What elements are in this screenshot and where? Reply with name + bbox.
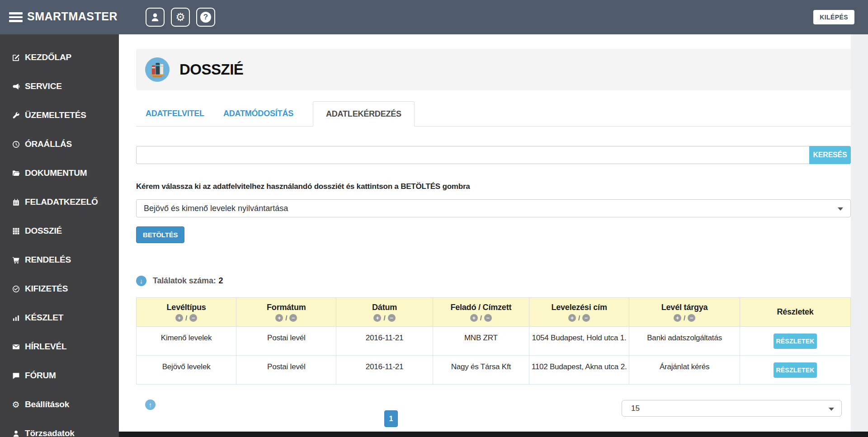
cell-felado-cimzett: MNB ZRT bbox=[433, 327, 529, 356]
tab-adatlekerdezes[interactable]: ADATLEKÉRDEZÉS bbox=[313, 101, 415, 127]
column-header-levelezesi-cim: Levelezési cím +/− bbox=[529, 298, 629, 327]
cell-leveltipus: Kimenő levelek bbox=[137, 327, 236, 356]
scrollbar-track[interactable] bbox=[851, 34, 868, 437]
sidebar-item-hirlevel[interactable]: HÍRLEVÉL bbox=[0, 332, 119, 361]
gear-icon: ⚙ bbox=[175, 12, 185, 23]
page-size-select[interactable]: 15 bbox=[622, 400, 842, 417]
sort-asc-icon[interactable]: + bbox=[568, 314, 576, 322]
table-header-row: Levéltípus +/− Formátum +/− Dátum +/− Fe… bbox=[137, 298, 851, 327]
dossier-select[interactable]: Bejövő és kimenő levelek nyilvántartása bbox=[136, 199, 851, 217]
search-input[interactable] bbox=[136, 146, 809, 164]
sidebar-item-label: FÓRUM bbox=[25, 371, 56, 381]
cell-datum: 2016-11-21 bbox=[336, 327, 433, 356]
page-header-panel: DOSSZIÉ bbox=[136, 49, 851, 90]
user-button[interactable] bbox=[146, 8, 165, 27]
sort-desc-icon[interactable]: − bbox=[484, 314, 492, 322]
sort-desc-icon[interactable]: − bbox=[582, 314, 590, 322]
sort-desc-icon[interactable]: − bbox=[388, 314, 396, 322]
sidebar-item-uzemeltetes[interactable]: ÜZEMELTETÉS bbox=[0, 101, 119, 130]
logout-button[interactable]: KILÉPÉS bbox=[813, 10, 854, 24]
question-icon: ? bbox=[200, 12, 211, 23]
sort-asc-icon[interactable]: + bbox=[175, 314, 183, 322]
settings-button[interactable]: ⚙ bbox=[171, 8, 190, 27]
sidebar-item-label: RENDELÉS bbox=[25, 255, 71, 265]
sort-asc-icon[interactable]: + bbox=[674, 314, 681, 322]
help-button[interactable]: ? bbox=[196, 8, 215, 27]
sidebar-item-label: HÍRLEVÉL bbox=[25, 342, 66, 352]
sidebar-item-label: SERVICE bbox=[25, 81, 62, 91]
pagination-page-button[interactable]: 1 bbox=[384, 410, 398, 427]
folder-open-icon bbox=[11, 169, 21, 177]
search-row: KERESÉS bbox=[136, 146, 851, 164]
tab-adatmodositas[interactable]: ADATMÓDOSÍTÁS bbox=[214, 101, 303, 126]
scroll-top-icon[interactable]: ↑ bbox=[145, 399, 156, 410]
main-content: DOSSZIÉ ADATFELVITEL ADATMÓDOSÍTÁS ADATL… bbox=[119, 34, 868, 437]
cell-leveltipus: Bejövő levelek bbox=[137, 356, 236, 385]
sort-desc-icon[interactable]: − bbox=[189, 314, 197, 322]
column-header-formatum: Formátum +/− bbox=[236, 298, 336, 327]
load-button[interactable]: BETÖLTÉS bbox=[136, 226, 184, 243]
tab-adatfelvitel[interactable]: ADATFELVITEL bbox=[136, 101, 214, 126]
table-row: Kimenő levelek Postai levél 2016-11-21 M… bbox=[137, 327, 851, 356]
caret-down-icon bbox=[829, 408, 834, 411]
search-button[interactable]: KERESÉS bbox=[809, 146, 851, 164]
details-button[interactable]: RÉSZLETEK bbox=[774, 362, 817, 378]
sidebar-item-torzsadatok[interactable]: Törzsadatok bbox=[0, 419, 119, 437]
check-circle-icon bbox=[11, 285, 21, 293]
sidebar-item-label: Beállítások bbox=[25, 399, 69, 409]
cell-levelezesi-cim: 1102 Budapest, Akna utca 2. bbox=[529, 356, 629, 385]
bullhorn-icon bbox=[11, 83, 21, 90]
sidebar-item-label: ÓRAÁLLÁS bbox=[25, 139, 72, 149]
sidebar: KEZDŐLAP SERVICE ÜZEMELTETÉS ÓRAÁLLÁS DO… bbox=[0, 34, 119, 437]
sort-asc-icon[interactable]: + bbox=[373, 314, 381, 322]
sidebar-item-label: KÉSZLET bbox=[25, 313, 63, 323]
sidebar-item-keszlet[interactable]: KÉSZLET bbox=[0, 303, 119, 332]
sidebar-item-rendeles[interactable]: RENDELÉS bbox=[0, 245, 119, 274]
sidebar-item-kezdolap[interactable]: KEZDŐLAP bbox=[0, 43, 119, 72]
grid-icon bbox=[11, 227, 21, 235]
cell-formatum: Postai levél bbox=[236, 356, 336, 385]
page-size-value: 15 bbox=[631, 404, 640, 413]
bar-chart-icon bbox=[11, 314, 21, 322]
top-header-bar: SMARTMASTER ⚙ ? KILÉPÉS bbox=[0, 0, 868, 34]
user-icon bbox=[11, 430, 21, 437]
sort-asc-icon[interactable]: + bbox=[470, 314, 478, 322]
sidebar-item-service[interactable]: SERVICE bbox=[0, 72, 119, 101]
column-header-datum: Dátum +/− bbox=[336, 298, 433, 327]
sidebar-item-label: KEZDŐLAP bbox=[25, 52, 71, 62]
column-header-reszletek: Részletek bbox=[740, 298, 851, 327]
sidebar-item-beallitasok[interactable]: ⚙ Beállítások bbox=[0, 390, 119, 419]
scroll-down-icon[interactable]: ↓ bbox=[136, 276, 146, 286]
sidebar-item-label: FELADATKEZELŐ bbox=[25, 197, 98, 207]
cell-felado-cimzett: Nagy és Társa Kft bbox=[433, 356, 529, 385]
sidebar-item-dosszie[interactable]: DOSSZIÉ bbox=[0, 216, 119, 245]
tab-bar: ADATFELVITEL ADATMÓDOSÍTÁS ADATLEKÉRDEZÉ… bbox=[136, 101, 851, 127]
details-button[interactable]: RÉSZLETEK bbox=[774, 334, 817, 349]
sidebar-item-label: Törzsadatok bbox=[25, 428, 75, 437]
dossier-books-icon bbox=[145, 57, 170, 82]
column-header-level-targya: Levél tárgya +/− bbox=[629, 298, 740, 327]
user-icon bbox=[150, 12, 160, 22]
sort-desc-icon[interactable]: − bbox=[688, 314, 695, 322]
column-header-leveltipus: Levéltípus +/− bbox=[137, 298, 236, 327]
sidebar-item-oraallas[interactable]: ÓRAÁLLÁS bbox=[0, 130, 119, 159]
pencil-square-icon bbox=[11, 54, 21, 61]
sidebar-item-dokumentum[interactable]: DOKUMENTUM bbox=[0, 159, 119, 188]
sidebar-item-forum[interactable]: FÓRUM bbox=[0, 361, 119, 390]
cell-level-targya: Árajánlat kérés bbox=[629, 356, 740, 385]
app-brand: SMARTMASTER bbox=[27, 10, 118, 23]
caret-down-icon bbox=[838, 207, 843, 211]
sidebar-item-feladatkezelo[interactable]: FELADATKEZELŐ bbox=[0, 188, 119, 216]
cell-levelezesi-cim: 1054 Budapest, Hold utca 1. bbox=[529, 327, 629, 356]
sidebar-item-label: DOKUMENTUM bbox=[25, 168, 87, 178]
sort-asc-icon[interactable]: + bbox=[275, 314, 283, 322]
results-label: Találatok száma: bbox=[153, 276, 216, 286]
sidebar-item-label: DOSSZIÉ bbox=[25, 226, 62, 236]
sort-desc-icon[interactable]: − bbox=[289, 314, 297, 322]
gear-icon: ⚙ bbox=[11, 400, 21, 409]
menu-toggle-icon[interactable] bbox=[9, 12, 23, 22]
comment-icon bbox=[11, 372, 21, 380]
table-row: Bejövő levelek Postai levél 2016-11-21 N… bbox=[137, 356, 851, 385]
results-table: Levéltípus +/− Formátum +/− Dátum +/− Fe… bbox=[136, 297, 851, 385]
sidebar-item-kifizetes[interactable]: KIFIZETÉS bbox=[0, 274, 119, 303]
